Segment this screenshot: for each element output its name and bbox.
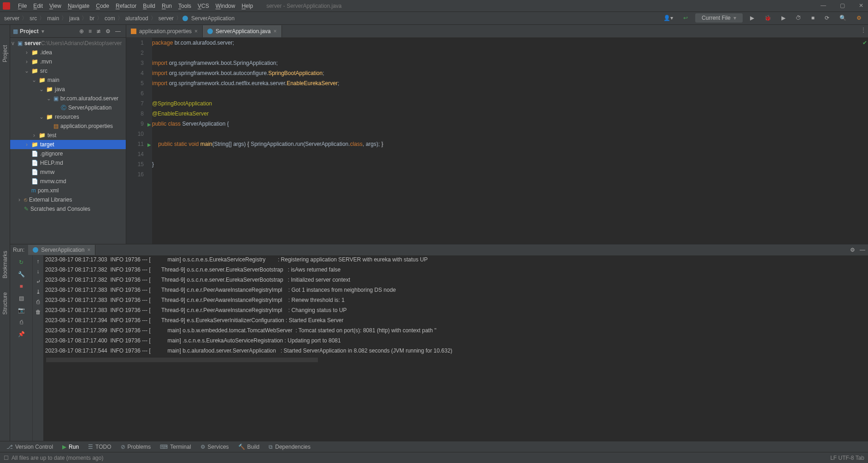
- settings-icon[interactable]: ⚙: [854, 13, 864, 23]
- menu-refactor[interactable]: Refactor: [112, 1, 140, 11]
- bottom-tool-terminal[interactable]: ⌨Terminal: [156, 442, 194, 451]
- scroll-down-icon[interactable]: ↓: [37, 268, 40, 275]
- maximize-icon[interactable]: ▢: [837, 1, 848, 10]
- close-tab-icon[interactable]: ×: [274, 28, 277, 35]
- tree-node[interactable]: ›⎋External Libraries: [10, 195, 126, 204]
- tree-node[interactable]: ›📁test: [10, 131, 126, 140]
- code-line[interactable]: [152, 171, 868, 181]
- run-settings-icon[interactable]: ⚙: [850, 247, 855, 253]
- close-tab-icon[interactable]: ×: [194, 28, 198, 35]
- tree-node[interactable]: ⌄▣br.com.alurafood.server: [10, 94, 126, 103]
- code-line[interactable]: [152, 50, 868, 60]
- profile-icon[interactable]: ⏱: [793, 13, 804, 23]
- tree-node[interactable]: mpom.xml: [10, 186, 126, 195]
- run-panel-tab[interactable]: ServerApplication ×: [28, 245, 95, 255]
- vcs-update-icon[interactable]: ⟳: [822, 13, 832, 23]
- vcs-status-icon[interactable]: ☐: [4, 455, 9, 461]
- editor-tab[interactable]: ServerApplication.java×: [203, 25, 282, 37]
- print2-icon[interactable]: ⎙: [36, 299, 40, 305]
- close-icon[interactable]: ✕: [856, 1, 866, 10]
- minimize-icon[interactable]: —: [818, 1, 829, 10]
- code-line[interactable]: public static void main(String[] args) {…: [152, 141, 868, 151]
- code-line[interactable]: }: [152, 161, 868, 171]
- tree-node[interactable]: ⌄📁src: [10, 66, 126, 75]
- menu-code[interactable]: Code: [93, 1, 112, 11]
- tree-node[interactable]: 📄mvnw: [10, 168, 126, 177]
- structure-tool-tab[interactable]: Structure: [2, 290, 8, 317]
- tree-node[interactable]: 📄mvnw.cmd: [10, 177, 126, 186]
- close-tab-icon[interactable]: ×: [87, 247, 90, 253]
- tree-node[interactable]: ›📁.idea: [10, 48, 126, 57]
- menu-tools[interactable]: Tools: [175, 1, 194, 11]
- project-view-select[interactable]: ▾: [41, 28, 44, 35]
- search-icon[interactable]: 🔍: [837, 13, 849, 23]
- run-gutter-icon[interactable]: ▶: [147, 122, 151, 127]
- run-gutter-icon[interactable]: ▶: [147, 142, 151, 147]
- bottom-tool-problems[interactable]: ⊘Problems: [117, 442, 155, 451]
- code-line[interactable]: import org.springframework.boot.SpringAp…: [152, 60, 868, 70]
- layout-icon[interactable]: ▤: [17, 294, 25, 302]
- coverage-icon[interactable]: ▶: [779, 13, 788, 23]
- scroll-to-end-icon[interactable]: ⤓: [36, 289, 41, 295]
- bookmarks-tool-tab[interactable]: Bookmarks: [2, 249, 8, 280]
- code-line[interactable]: package br.com.alurafood.server;: [152, 40, 868, 50]
- breadcrumb-segment[interactable]: main: [46, 15, 60, 22]
- bottom-tool-version-control[interactable]: ⎇Version Control: [3, 442, 57, 451]
- run-config-select[interactable]: Current File▾: [695, 13, 743, 23]
- breadcrumb-segment[interactable]: java: [68, 15, 81, 22]
- tree-node[interactable]: 📄HELP.md: [10, 158, 126, 168]
- code-line[interactable]: [152, 151, 868, 161]
- breadcrumb-segment[interactable]: alurafood: [124, 15, 150, 22]
- tree-node[interactable]: ⌄📁java: [10, 85, 126, 94]
- add-user-icon[interactable]: 👤▾: [661, 13, 676, 23]
- back-icon[interactable]: ↩: [680, 13, 691, 23]
- code-line[interactable]: import org.springframework.cloud.netflix…: [152, 80, 868, 90]
- code-line[interactable]: public class ServerApplication {: [152, 121, 868, 131]
- project-tree[interactable]: v▣server C:\Users\Adriano\Desktop\server…: [10, 38, 126, 244]
- code-line[interactable]: [152, 90, 868, 100]
- print-icon[interactable]: ⎙: [17, 318, 25, 326]
- breadcrumb-segment[interactable]: server: [157, 15, 175, 22]
- breadcrumb-segment[interactable]: src: [28, 15, 38, 22]
- trash-icon[interactable]: 🗑: [35, 309, 41, 315]
- stop-run-icon[interactable]: ■: [17, 282, 25, 290]
- tree-node[interactable]: ›📁.mvn: [10, 57, 126, 66]
- bottom-tool-todo[interactable]: ☰TODO: [84, 442, 115, 451]
- breadcrumb[interactable]: server〉src〉main〉java〉br〉com〉alurafood〉se…: [3, 14, 236, 22]
- hide-run-icon[interactable]: —: [860, 247, 865, 253]
- rerun-icon[interactable]: ↻: [17, 258, 25, 266]
- debug-icon[interactable]: 🐞: [762, 13, 774, 23]
- menu-view[interactable]: View: [46, 1, 65, 11]
- bottom-tool-services[interactable]: ⚙Services: [197, 442, 233, 451]
- hide-panel-icon[interactable]: —: [113, 27, 123, 35]
- console-output[interactable]: 2023-08-17 08:17:17.303 INFO 19736 --- […: [43, 255, 868, 441]
- scroll-up-icon[interactable]: ↑: [37, 258, 40, 265]
- tree-node[interactable]: 📄.gitignore: [10, 149, 126, 158]
- code-line[interactable]: import org.springframework.boot.autoconf…: [152, 70, 868, 80]
- wrench-icon[interactable]: 🔧: [17, 270, 25, 278]
- editor-tab[interactable]: application.properties×: [126, 25, 203, 37]
- tree-node[interactable]: ⌄📁resources: [10, 112, 126, 122]
- project-tool-tab[interactable]: Project: [2, 43, 8, 64]
- panel-settings-icon[interactable]: ⚙: [103, 27, 113, 35]
- menu-file[interactable]: File: [15, 1, 30, 11]
- bottom-tool-run[interactable]: ▶Run: [59, 442, 82, 451]
- menu-window[interactable]: Window: [212, 1, 239, 11]
- tree-node[interactable]: ⒸServerApplication: [10, 103, 126, 112]
- tabs-menu-icon[interactable]: ⋮: [861, 27, 866, 33]
- tree-root[interactable]: v▣server C:\Users\Adriano\Desktop\server: [10, 39, 126, 48]
- stop-icon[interactable]: ■: [809, 13, 817, 23]
- breadcrumb-segment[interactable]: br: [88, 15, 96, 22]
- collapse-all-icon[interactable]: ≢: [94, 27, 103, 35]
- menu-run[interactable]: Run: [158, 1, 175, 11]
- breadcrumb-segment[interactable]: com: [103, 15, 117, 22]
- menu-navigate[interactable]: Navigate: [65, 1, 93, 11]
- tree-node[interactable]: ⌄📁main: [10, 75, 126, 85]
- pin-icon[interactable]: 📌: [17, 330, 25, 338]
- code-editor[interactable]: package br.com.alurafood.server;import o…: [152, 38, 868, 244]
- expand-all-icon[interactable]: ≡: [86, 27, 94, 35]
- code-line[interactable]: [152, 131, 868, 141]
- menu-edit[interactable]: Edit: [30, 1, 46, 11]
- horizontal-scrollbar[interactable]: [46, 358, 318, 362]
- code-line[interactable]: @SpringBootApplication: [152, 100, 868, 110]
